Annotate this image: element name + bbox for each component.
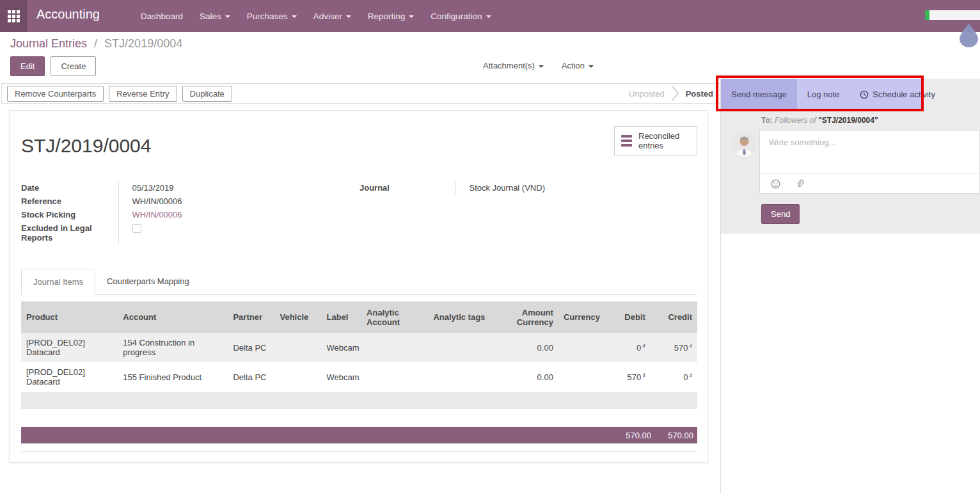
message-composer [759,130,980,194]
reconciled-entries-button[interactable]: Reconciled entries [614,126,697,155]
col-credit: Credit [651,301,697,333]
menu-dashboard[interactable]: Dashboard [132,0,191,32]
app-title: Accounting [36,7,100,22]
chevron-right-icon [671,85,679,102]
col-debit: Debit [610,301,651,333]
chevron-down-icon [589,65,594,68]
chatter-panel: Send message Log note Schedule activity … [720,79,980,494]
table-row[interactable]: [PROD_DEL02] Datacard 155 Finished Produ… [21,362,697,392]
create-button[interactable]: Create [51,56,96,76]
menu-reporting[interactable]: Reporting [360,0,423,32]
menu-purchases[interactable]: Purchases [239,0,305,32]
record-title: STJ/2019/0004 [21,135,151,157]
status-step-posted[interactable]: Posted [686,89,713,99]
emoji-icon[interactable] [771,179,780,189]
reverse-entry-button[interactable]: Reverse Entry [109,86,177,102]
statusbar: Remove Counterparts Reverse Entry Duplic… [1,83,720,104]
notebook-tabs: Journal Items Counterparts Mapping [21,269,697,295]
paperclip-icon[interactable] [796,179,805,189]
table-row[interactable]: [PROD_DEL02] Datacard 154 Construction i… [21,333,697,362]
excluded-label: Excluded in Legal Reports [21,221,118,244]
tab-journal-items[interactable]: Journal Items [21,269,95,295]
empty-row [21,392,697,409]
edit-button[interactable]: Edit [10,56,45,76]
bars-icon [621,135,632,147]
col-analytic-tags: Analytic tags [428,301,498,333]
date-label: Date [21,181,118,195]
col-vehicle: Vehicle [274,301,321,333]
apps-menu-icon[interactable] [0,0,27,32]
divider [21,451,697,452]
recipients-line: To: Followers of "STJ/2019/0004" [761,116,878,125]
main-menu: Dashboard Sales Purchases Adviser Report… [132,0,500,32]
credit-total: 570.00 [651,431,693,440]
excluded-checkbox[interactable] [132,224,141,233]
breadcrumb-journal-entries[interactable]: Journal Entries [10,37,87,50]
chevron-down-icon [539,65,544,68]
journal-items-table: Product Account Partner Vehicle Label An… [21,301,697,392]
droplet-pointer-icon [957,23,980,47]
col-account: Account [118,301,228,333]
col-product: Product [21,301,118,333]
currency-symbol: ₫ [689,372,692,379]
menu-configuration[interactable]: Configuration [422,0,499,32]
status-step-unposted[interactable]: Unposted [629,89,665,99]
action-dropdown[interactable]: Action [562,61,594,70]
chevron-down-icon [486,15,491,18]
currency-symbol: ₫ [642,372,645,379]
highlight-box [716,76,924,111]
chevron-down-icon [346,15,351,18]
journal-entry-form: Reconciled entries STJ/2019/0004 Date 05… [9,110,708,463]
top-navbar: Accounting Dashboard Sales Purchases Adv… [0,0,980,32]
stock-picking-label: Stock Picking [21,208,118,221]
menu-adviser[interactable]: Adviser [305,0,360,32]
debit-total: 570.00 [606,431,651,440]
send-button[interactable]: Send [761,204,800,224]
totals-row: 570.00 570.00 [21,427,697,443]
chevron-down-icon [225,15,230,18]
navbar-status-widget [925,10,980,20]
breadcrumb: Journal Entries / STJ/2019/0004 [10,37,182,51]
currency-symbol: ₫ [689,343,692,349]
journal-value: Stock Journal (VND) [455,181,609,195]
menu-sales[interactable]: Sales [191,0,239,32]
col-currency: Currency [558,301,610,333]
breadcrumb-current: STJ/2019/0004 [104,37,182,50]
col-partner: Partner [228,301,274,333]
attachments-dropdown[interactable]: Attachment(s) [483,61,544,70]
composer-area: To: Followers of "STJ/2019/0004" [721,110,980,234]
col-analytic-account: Analytic Account [361,301,428,333]
chevron-down-icon [409,15,414,18]
journal-label: Journal [360,181,455,195]
stock-picking-link[interactable]: WH/IN/00006 [132,210,182,219]
message-input[interactable] [760,131,979,173]
chevron-down-icon [292,15,297,18]
col-label: Label [322,301,362,333]
duplicate-button[interactable]: Duplicate [182,86,232,102]
date-value: 05/13/2019 [118,181,246,195]
currency-symbol: ₫ [642,343,645,349]
reference-label: Reference [21,195,118,208]
tab-counterparts-mapping[interactable]: Counterparts Mapping [95,269,201,295]
reference-value: WH/IN/00006 [118,195,246,208]
avatar [732,133,756,157]
remove-counterparts-button[interactable]: Remove Counterparts [7,86,104,102]
col-amount-currency: Amount Currency [498,301,558,333]
